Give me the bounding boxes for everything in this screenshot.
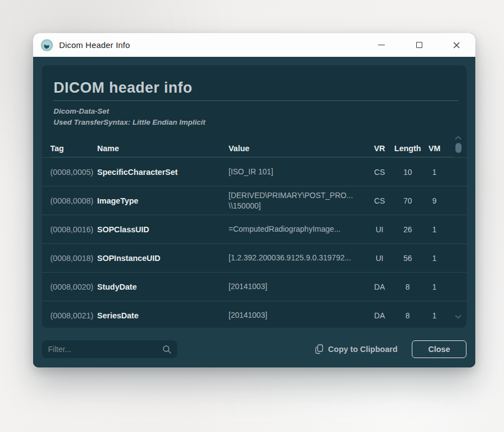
table-row[interactable]: (0008,0020) StudyDate [20141003] DA 8 1	[42, 272, 466, 301]
row-length: 26	[392, 225, 423, 234]
table-row[interactable]: (0008,0021) SeriesDate [20141003] DA 8 1	[42, 301, 466, 329]
row-vm: 1	[423, 225, 446, 234]
scroll-up-icon[interactable]	[455, 136, 461, 140]
copy-to-clipboard-button[interactable]: Copy to Clipboard	[315, 340, 397, 358]
transfer-syntax-label: Used TransferSyntax: Little Endian Impli…	[54, 117, 458, 128]
row-vr: CS	[367, 196, 392, 205]
row-name: SOPClassUID	[97, 225, 229, 234]
row-vr: DA	[367, 311, 392, 320]
table-row[interactable]: (0008,0008) ImageType [DERIVED\PRIMARY\P…	[42, 186, 466, 215]
filter-input[interactable]	[42, 340, 177, 358]
row-vm: 1	[423, 311, 446, 320]
search-icon	[162, 345, 172, 354]
row-length: 70	[392, 196, 423, 205]
close-button-label: Close	[428, 345, 450, 354]
row-vm: 1	[423, 168, 446, 177]
row-length: 8	[392, 282, 423, 291]
row-value: [20141003]	[229, 281, 367, 292]
column-header-tag: Tag	[50, 144, 97, 153]
page-title: DICOM header info	[54, 79, 458, 101]
row-value: [20141003]	[229, 310, 367, 321]
scroll-down-icon[interactable]	[455, 314, 461, 319]
window-title: Dicom Header Info	[59, 40, 130, 50]
dataset-label: Dicom-Data-Set	[54, 106, 458, 117]
row-tag: (0008,0021)	[50, 311, 97, 320]
row-value: [1.2.392.200036.9125.9.0.319792...	[229, 253, 367, 263]
row-tag: (0008,0005)	[50, 168, 97, 177]
column-header-value: Value	[229, 144, 367, 153]
row-name: SOPInstanceUID	[97, 254, 229, 263]
maximize-button[interactable]	[400, 33, 438, 57]
close-button[interactable]: Close	[412, 340, 466, 358]
row-length: 10	[392, 168, 423, 177]
copy-to-clipboard-label: Copy to Clipboard	[328, 345, 397, 354]
filter-field-wrap	[42, 340, 177, 358]
row-vm: 9	[423, 196, 446, 205]
minimize-icon	[378, 45, 385, 46]
row-vr: UI	[367, 225, 392, 234]
dicom-header-dialog: Dicom Header Info DICOM header info Dico…	[33, 33, 475, 367]
minimize-button[interactable]	[363, 33, 400, 57]
table-row[interactable]: (0008,0018) SOPInstanceUID [1.2.392.2000…	[42, 243, 466, 272]
copy-icon	[315, 344, 323, 354]
row-vm: 1	[423, 254, 446, 263]
row-vr: DA	[367, 282, 392, 291]
row-value: =ComputedRadiographyImage...	[229, 224, 367, 234]
row-name: ImageType	[97, 196, 229, 205]
column-header-name: Name	[97, 144, 229, 153]
row-tag: (0008,0008)	[50, 196, 97, 205]
row-tag: (0008,0020)	[50, 282, 97, 291]
row-length: 56	[392, 254, 423, 263]
window-controls	[363, 33, 475, 57]
table-header-row: Tag Name Value VR Length VM	[42, 140, 466, 157]
dialog-body: DICOM header info Dicom-Data-Set Used Tr…	[33, 57, 475, 367]
scrollbar-thumb[interactable]	[455, 143, 461, 153]
row-name: SeriesDate	[97, 311, 229, 320]
row-name: SpecificCharacterSet	[97, 168, 229, 177]
close-window-button[interactable]	[438, 33, 475, 57]
app-logo-icon	[40, 39, 54, 52]
row-tag: (0008,0016)	[50, 225, 97, 234]
dicom-tag-table: Tag Name Value VR Length VM (0008,0005) …	[42, 140, 466, 329]
row-length: 8	[392, 311, 423, 320]
close-icon	[453, 41, 460, 49]
column-header-vr: VR	[367, 144, 392, 153]
row-vr: UI	[367, 254, 392, 263]
content-panel: DICOM header info Dicom-Data-Set Used Tr…	[42, 65, 466, 328]
maximize-icon	[416, 42, 422, 48]
title-bar: Dicom Header Info	[33, 33, 475, 57]
column-header-vm: VM	[423, 144, 446, 153]
row-name: StudyDate	[97, 282, 229, 291]
column-header-length: Length	[392, 144, 423, 153]
row-tag: (0008,0018)	[50, 254, 97, 263]
dataset-info: Dicom-Data-Set Used TransferSyntax: Litt…	[54, 106, 458, 128]
row-value: [DERIVED\PRIMARY\POST_PRO... \\150000]	[229, 190, 367, 211]
row-value: [ISO_IR 101]	[229, 167, 367, 177]
row-vr: CS	[367, 168, 392, 177]
row-vm: 1	[423, 282, 446, 291]
table-scrollbar[interactable]	[454, 136, 462, 319]
table-row[interactable]: (0008,0005) SpecificCharacterSet [ISO_IR…	[42, 157, 466, 186]
table-row[interactable]: (0008,0016) SOPClassUID =ComputedRadiogr…	[42, 215, 466, 243]
